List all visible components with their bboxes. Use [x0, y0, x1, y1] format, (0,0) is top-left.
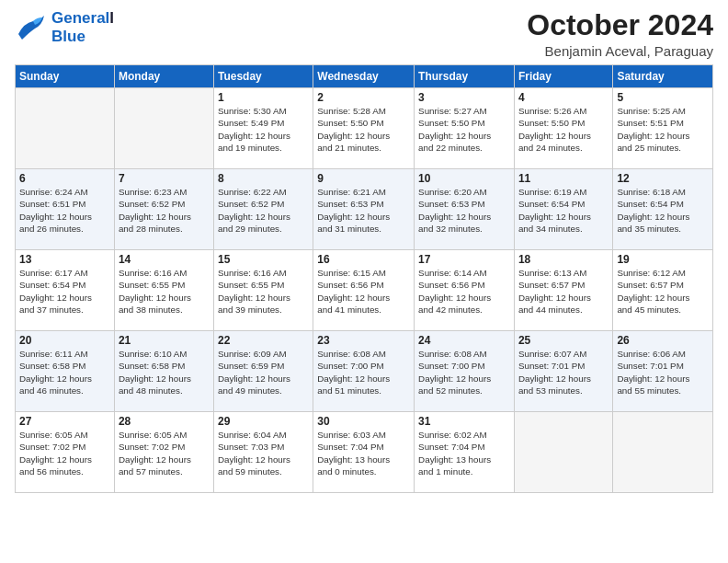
calendar-cell: 22Sunrise: 6:09 AM Sunset: 6:59 PM Dayli…	[213, 331, 313, 412]
day-number: 2	[317, 91, 410, 104]
day-number: 7	[119, 172, 210, 185]
day-detail: Sunrise: 6:05 AM Sunset: 7:02 PM Dayligh…	[119, 429, 210, 477]
calendar-week-row: 6Sunrise: 6:24 AM Sunset: 6:51 PM Daylig…	[16, 169, 713, 250]
day-detail: Sunrise: 6:22 AM Sunset: 6:52 PM Dayligh…	[218, 186, 309, 235]
calendar-cell: 7Sunrise: 6:23 AM Sunset: 6:52 PM Daylig…	[114, 169, 213, 250]
day-detail: Sunrise: 6:18 AM Sunset: 6:54 PM Dayligh…	[617, 186, 709, 235]
page-container: Generall Blue October 2024 Benjamin Acev…	[0, 0, 728, 500]
day-detail: Sunrise: 5:30 AM Sunset: 5:49 PM Dayligh…	[218, 105, 309, 154]
header: Generall Blue October 2024 Benjamin Acev…	[15, 9, 713, 59]
logo-text: Generall Blue	[51, 9, 114, 45]
day-detail: Sunrise: 6:14 AM Sunset: 6:56 PM Dayligh…	[418, 267, 510, 316]
day-number: 10	[418, 172, 510, 185]
calendar-cell: 20Sunrise: 6:11 AM Sunset: 6:58 PM Dayli…	[16, 331, 115, 412]
calendar-cell: 24Sunrise: 6:08 AM Sunset: 7:00 PM Dayli…	[415, 331, 515, 412]
day-number: 6	[19, 172, 110, 185]
calendar-body: 1Sunrise: 5:30 AM Sunset: 5:49 PM Daylig…	[16, 88, 713, 493]
calendar-cell: 16Sunrise: 6:15 AM Sunset: 6:56 PM Dayli…	[313, 250, 415, 331]
location-subtitle: Benjamin Aceval, Paraguay	[527, 43, 713, 59]
calendar-cell: 26Sunrise: 6:06 AM Sunset: 7:01 PM Dayli…	[613, 331, 713, 412]
day-number: 17	[418, 253, 510, 266]
day-number: 29	[218, 415, 309, 428]
day-number: 15	[218, 253, 309, 266]
calendar-header: SundayMondayTuesdayWednesdayThursdayFrid…	[16, 65, 713, 88]
day-detail: Sunrise: 6:03 AM Sunset: 7:04 PM Dayligh…	[317, 429, 410, 477]
day-detail: Sunrise: 6:08 AM Sunset: 7:00 PM Dayligh…	[418, 348, 510, 396]
day-number: 8	[218, 172, 309, 185]
day-number: 31	[418, 415, 510, 428]
day-detail: Sunrise: 6:17 AM Sunset: 6:54 PM Dayligh…	[19, 267, 110, 316]
day-detail: Sunrise: 6:11 AM Sunset: 6:58 PM Dayligh…	[19, 348, 110, 396]
day-detail: Sunrise: 6:21 AM Sunset: 6:53 PM Dayligh…	[317, 186, 410, 235]
calendar-cell: 19Sunrise: 6:12 AM Sunset: 6:57 PM Dayli…	[613, 250, 713, 331]
day-detail: Sunrise: 6:20 AM Sunset: 6:53 PM Dayligh…	[418, 186, 510, 235]
day-detail: Sunrise: 5:26 AM Sunset: 5:50 PM Dayligh…	[518, 105, 609, 154]
calendar-cell: 8Sunrise: 6:22 AM Sunset: 6:52 PM Daylig…	[213, 169, 313, 250]
day-detail: Sunrise: 6:24 AM Sunset: 6:51 PM Dayligh…	[19, 186, 110, 235]
calendar-cell: 9Sunrise: 6:21 AM Sunset: 6:53 PM Daylig…	[313, 169, 415, 250]
day-number: 16	[317, 253, 410, 266]
day-detail: Sunrise: 6:15 AM Sunset: 6:56 PM Dayligh…	[317, 267, 410, 316]
day-number: 1	[218, 91, 309, 104]
calendar-cell: 27Sunrise: 6:05 AM Sunset: 7:02 PM Dayli…	[16, 412, 115, 493]
calendar-cell: 23Sunrise: 6:08 AM Sunset: 7:00 PM Dayli…	[313, 331, 415, 412]
header-row: SundayMondayTuesdayWednesdayThursdayFrid…	[16, 65, 713, 88]
day-number: 25	[518, 334, 609, 347]
calendar-cell: 31Sunrise: 6:02 AM Sunset: 7:04 PM Dayli…	[415, 412, 515, 493]
day-detail: Sunrise: 6:05 AM Sunset: 7:02 PM Dayligh…	[19, 429, 110, 477]
day-number: 9	[317, 172, 410, 185]
day-number: 24	[418, 334, 510, 347]
day-detail: Sunrise: 6:02 AM Sunset: 7:04 PM Dayligh…	[418, 429, 510, 477]
day-detail: Sunrise: 6:04 AM Sunset: 7:03 PM Dayligh…	[218, 429, 309, 477]
logo-icon	[15, 14, 48, 41]
day-detail: Sunrise: 6:12 AM Sunset: 6:57 PM Dayligh…	[617, 267, 709, 316]
day-number: 12	[617, 172, 709, 185]
calendar-week-row: 13Sunrise: 6:17 AM Sunset: 6:54 PM Dayli…	[16, 250, 713, 331]
calendar-cell: 4Sunrise: 5:26 AM Sunset: 5:50 PM Daylig…	[514, 88, 612, 169]
calendar-cell	[16, 88, 115, 169]
day-number: 30	[317, 415, 410, 428]
calendar-table: SundayMondayTuesdayWednesdayThursdayFrid…	[15, 64, 713, 493]
day-detail: Sunrise: 6:23 AM Sunset: 6:52 PM Dayligh…	[119, 186, 210, 235]
calendar-cell: 12Sunrise: 6:18 AM Sunset: 6:54 PM Dayli…	[613, 169, 713, 250]
calendar-cell: 28Sunrise: 6:05 AM Sunset: 7:02 PM Dayli…	[114, 412, 213, 493]
day-detail: Sunrise: 6:10 AM Sunset: 6:58 PM Dayligh…	[119, 348, 210, 396]
day-number: 23	[317, 334, 410, 347]
day-detail: Sunrise: 6:19 AM Sunset: 6:54 PM Dayligh…	[518, 186, 609, 235]
day-detail: Sunrise: 6:06 AM Sunset: 7:01 PM Dayligh…	[617, 348, 709, 396]
day-number: 14	[119, 253, 210, 266]
calendar-cell	[613, 412, 713, 493]
weekday-header: Friday	[514, 65, 612, 88]
day-number: 20	[19, 334, 110, 347]
day-detail: Sunrise: 6:09 AM Sunset: 6:59 PM Dayligh…	[218, 348, 309, 396]
calendar-cell: 13Sunrise: 6:17 AM Sunset: 6:54 PM Dayli…	[16, 250, 115, 331]
calendar-cell: 10Sunrise: 6:20 AM Sunset: 6:53 PM Dayli…	[415, 169, 515, 250]
day-detail: Sunrise: 6:07 AM Sunset: 7:01 PM Dayligh…	[518, 348, 609, 396]
calendar-cell: 14Sunrise: 6:16 AM Sunset: 6:55 PM Dayli…	[114, 250, 213, 331]
day-number: 26	[617, 334, 709, 347]
calendar-cell: 5Sunrise: 5:25 AM Sunset: 5:51 PM Daylig…	[613, 88, 713, 169]
calendar-cell: 30Sunrise: 6:03 AM Sunset: 7:04 PM Dayli…	[313, 412, 415, 493]
calendar-cell: 3Sunrise: 5:27 AM Sunset: 5:50 PM Daylig…	[415, 88, 515, 169]
calendar-cell: 11Sunrise: 6:19 AM Sunset: 6:54 PM Dayli…	[514, 169, 612, 250]
calendar-week-row: 27Sunrise: 6:05 AM Sunset: 7:02 PM Dayli…	[16, 412, 713, 493]
weekday-header: Wednesday	[313, 65, 415, 88]
title-block: October 2024 Benjamin Aceval, Paraguay	[527, 9, 713, 59]
day-number: 19	[617, 253, 709, 266]
calendar-cell: 25Sunrise: 6:07 AM Sunset: 7:01 PM Dayli…	[514, 331, 612, 412]
calendar-week-row: 1Sunrise: 5:30 AM Sunset: 5:49 PM Daylig…	[16, 88, 713, 169]
weekday-header: Thursday	[415, 65, 515, 88]
month-title: October 2024	[527, 9, 713, 41]
day-detail: Sunrise: 6:16 AM Sunset: 6:55 PM Dayligh…	[119, 267, 210, 316]
calendar-cell: 18Sunrise: 6:13 AM Sunset: 6:57 PM Dayli…	[514, 250, 612, 331]
weekday-header: Sunday	[16, 65, 115, 88]
day-detail: Sunrise: 5:25 AM Sunset: 5:51 PM Dayligh…	[617, 105, 709, 154]
day-number: 11	[518, 172, 609, 185]
day-detail: Sunrise: 6:13 AM Sunset: 6:57 PM Dayligh…	[518, 267, 609, 316]
calendar-cell	[514, 412, 612, 493]
day-number: 18	[518, 253, 609, 266]
calendar-cell: 29Sunrise: 6:04 AM Sunset: 7:03 PM Dayli…	[213, 412, 313, 493]
day-detail: Sunrise: 6:08 AM Sunset: 7:00 PM Dayligh…	[317, 348, 410, 396]
calendar-cell: 2Sunrise: 5:28 AM Sunset: 5:50 PM Daylig…	[313, 88, 415, 169]
day-number: 28	[119, 415, 210, 428]
